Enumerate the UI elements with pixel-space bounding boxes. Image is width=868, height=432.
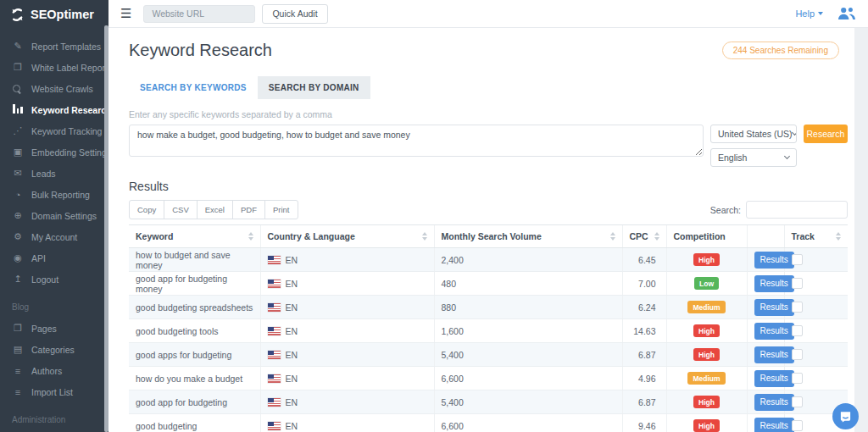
pdf-export-button[interactable]: PDF: [232, 200, 265, 219]
csv-export-button[interactable]: CSV: [164, 200, 198, 219]
search-volume-cell: 880: [434, 296, 622, 319]
results-button[interactable]: Results: [754, 323, 794, 340]
quick-audit-button[interactable]: Quick Audit: [262, 4, 327, 24]
competition-badge: Medium: [687, 372, 725, 385]
language-code: EN: [286, 397, 298, 407]
track-checkbox[interactable]: [792, 420, 803, 431]
country-language-cell: EN: [260, 272, 434, 296]
competition-badge: High: [693, 419, 720, 432]
column-header-country-language[interactable]: Country & Language: [260, 225, 434, 248]
track-cell: [784, 248, 848, 272]
column-header-monthly-search-volume[interactable]: Monthly Search Volume: [434, 225, 622, 248]
results-button[interactable]: Results: [754, 252, 794, 269]
sidebar-scrollbar[interactable]: [104, 25, 108, 432]
sidebar-item-keyword-research[interactable]: Keyword Research: [0, 99, 108, 120]
website-url-input[interactable]: [143, 5, 255, 23]
table-row: good budgeting spreadsheetsEN8806.24Medi…: [129, 296, 848, 319]
us-flag-icon: [268, 280, 281, 288]
title-row: Keyword Research 244 Searches Remaining: [129, 28, 848, 60]
keyword-cell: good budgeting: [129, 414, 260, 432]
menu-icon[interactable]: ☰: [120, 6, 131, 21]
sort-icon[interactable]: [654, 232, 659, 241]
table-row: good app for budgetingEN5,4006.87HighRes…: [129, 390, 848, 414]
track-checkbox[interactable]: [792, 254, 803, 265]
sidebar-item-logout[interactable]: ↥Logout: [0, 269, 108, 290]
sidebar: SEOptimer ✎Report Templates❐White Label …: [0, 0, 108, 432]
track-checkbox[interactable]: [792, 396, 803, 407]
topbar-right: Help: [795, 7, 856, 20]
track-checkbox[interactable]: [792, 278, 803, 289]
sidebar-item-embedding-settings[interactable]: ▣Embedding Settings: [0, 141, 108, 163]
results-button[interactable]: Results: [754, 370, 794, 387]
column-header-inner: Keyword: [136, 231, 253, 241]
research-button[interactable]: Research: [804, 125, 848, 143]
column-header-cpc[interactable]: CPC: [622, 225, 666, 248]
language-select[interactable]: English: [710, 148, 797, 167]
help-label: Help: [795, 8, 815, 19]
table-search-input[interactable]: [746, 201, 848, 219]
results-button[interactable]: Results: [754, 299, 794, 316]
bar-chart-icon: [13, 104, 23, 114]
keywords-textarea[interactable]: how make a budget, good budgeting, how t…: [129, 125, 704, 157]
cpc-cell: 7.00: [622, 272, 666, 296]
api-icon: ◉: [12, 252, 24, 263]
account-users-icon[interactable]: [837, 7, 856, 20]
copy-export-button[interactable]: Copy: [129, 200, 164, 219]
sidebar-item-leads[interactable]: ✉Leads: [0, 163, 108, 184]
sidebar-item-authors[interactable]: ≡Authors: [0, 360, 108, 381]
sort-icon[interactable]: [610, 232, 615, 241]
results-button[interactable]: Results: [754, 418, 794, 432]
track-checkbox[interactable]: [792, 325, 803, 336]
results-button[interactable]: Results: [754, 346, 794, 363]
country-language-cell: EN: [260, 296, 434, 319]
results-table: KeywordCountry & LanguageMonthly Search …: [129, 224, 848, 432]
results-action-cell: Results: [747, 390, 784, 414]
sidebar-item-import-list[interactable]: ≡Import List: [0, 381, 108, 402]
table-row: good apps for budgetingEN5,4006.87HighRe…: [129, 343, 848, 367]
excel-export-button[interactable]: Excel: [197, 200, 233, 219]
main-content: Keyword Research 244 Searches Remaining …: [108, 28, 854, 432]
brand-logo[interactable]: SEOptimer: [0, 0, 108, 29]
sidebar-item-pages[interactable]: ❐Pages: [0, 318, 108, 339]
print-export-button[interactable]: Print: [264, 200, 298, 219]
envelope-icon: ✉: [12, 168, 24, 179]
country-select[interactable]: United States (US): [710, 125, 797, 143]
track-checkbox[interactable]: [792, 349, 803, 360]
list-icon: ≡: [12, 366, 24, 376]
sidebar-item-api[interactable]: ◉API: [0, 247, 108, 269]
competition-cell: Medium: [666, 367, 747, 390]
help-menu[interactable]: Help: [795, 8, 823, 19]
competition-badge: High: [693, 324, 720, 337]
column-header-keyword[interactable]: Keyword: [129, 225, 260, 248]
sidebar-item-keyword-tracking[interactable]: ⋰Keyword Tracking: [0, 120, 108, 141]
sidebar-item-my-account[interactable]: ⚙My Account: [0, 226, 108, 247]
track-checkbox[interactable]: [792, 373, 803, 384]
sort-icon[interactable]: [248, 232, 253, 241]
column-header-label: CPC: [630, 231, 648, 241]
results-button[interactable]: Results: [754, 394, 794, 411]
us-flag-icon: [268, 303, 281, 312]
sort-icon[interactable]: [422, 232, 427, 241]
sidebar-item-categories[interactable]: ▤Categories: [0, 339, 108, 360]
chat-icon: [839, 410, 852, 423]
sidebar-item-label: My Account: [31, 232, 77, 242]
globe-icon: ⊕: [12, 210, 24, 221]
tab-search-by-domain[interactable]: SEARCH BY DOMAIN: [258, 76, 370, 99]
tab-search-by-keywords[interactable]: SEARCH BY KEYWORDS: [129, 76, 258, 99]
us-flag-icon: [268, 351, 281, 359]
sidebar-item-domain-settings[interactable]: ⊕Domain Settings: [0, 205, 108, 226]
sort-icon[interactable]: [836, 232, 841, 241]
sidebar-item-white-label-reports[interactable]: ❐White Label Reports: [0, 57, 108, 78]
track-checkbox[interactable]: [792, 302, 803, 313]
white-label-reports-icon: ❐: [12, 62, 24, 73]
column-header-track[interactable]: Track: [784, 225, 848, 248]
cpc-cell: 14.63: [622, 319, 666, 343]
sidebar-item-bulk-reporting[interactable]: ◔Bulk Reporting: [0, 184, 108, 205]
country-language-cell: EN: [260, 414, 434, 432]
results-button[interactable]: Results: [754, 275, 794, 292]
chat-button[interactable]: [832, 403, 859, 429]
sidebar-item-report-templates[interactable]: ✎Report Templates: [0, 36, 108, 57]
table-row: how do you make a budgetEN6,6004.96Mediu…: [129, 367, 848, 390]
sidebar-item-website-crawls[interactable]: Website Crawls: [0, 78, 108, 99]
country-language-cell: EN: [260, 343, 434, 367]
